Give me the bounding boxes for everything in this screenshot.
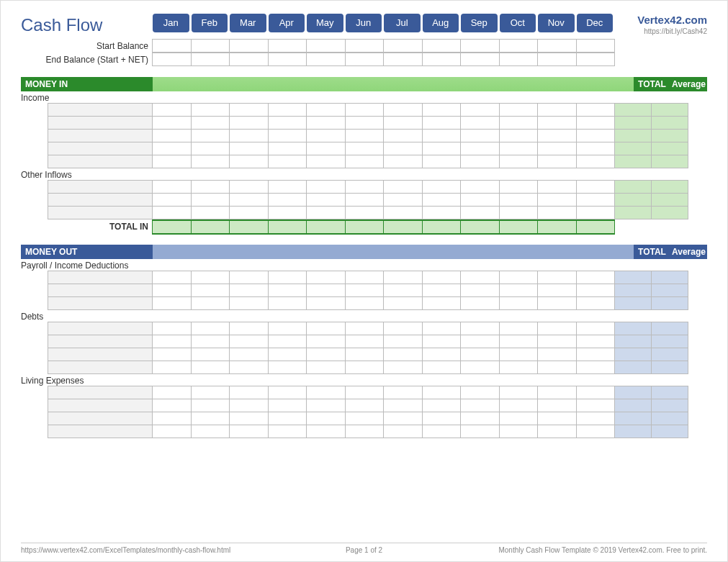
data-cell[interactable]	[191, 425, 230, 438]
data-cell[interactable]	[576, 425, 616, 438]
data-cell[interactable]	[499, 271, 539, 284]
data-cell[interactable]	[152, 193, 192, 207]
data-cell[interactable]	[306, 129, 346, 142]
row-name-cell[interactable]	[48, 155, 153, 168]
month-button[interactable]: Dec	[577, 14, 614, 32]
data-cell[interactable]	[422, 180, 462, 194]
data-cell[interactable]	[191, 399, 230, 412]
data-cell[interactable]	[268, 425, 307, 438]
data-cell[interactable]	[576, 412, 616, 425]
data-cell[interactable]	[345, 335, 385, 348]
data-cell[interactable]	[422, 206, 462, 219]
data-cell[interactable]	[576, 335, 616, 348]
data-cell[interactable]	[345, 425, 385, 438]
data-cell[interactable]	[383, 193, 423, 207]
month-button[interactable]: Apr	[269, 14, 305, 32]
data-cell[interactable]	[422, 155, 462, 168]
data-cell[interactable]	[576, 399, 616, 412]
data-cell[interactable]	[306, 142, 346, 155]
data-cell[interactable]	[191, 193, 230, 207]
balance-cell[interactable]	[152, 53, 192, 66]
balance-cell[interactable]	[306, 53, 346, 66]
data-cell[interactable]	[537, 296, 577, 310]
data-cell[interactable]	[191, 296, 230, 310]
data-cell[interactable]	[383, 116, 423, 130]
data-cell[interactable]	[460, 386, 500, 399]
data-cell[interactable]	[345, 206, 385, 219]
data-cell[interactable]	[576, 284, 616, 297]
data-cell[interactable]	[229, 193, 269, 207]
row-name-cell[interactable]	[48, 271, 153, 284]
data-cell[interactable]	[345, 296, 385, 310]
data-cell[interactable]	[499, 399, 539, 412]
data-cell[interactable]	[537, 348, 577, 361]
data-cell[interactable]	[383, 399, 423, 412]
data-cell[interactable]	[537, 271, 577, 284]
data-cell[interactable]	[268, 386, 307, 399]
data-cell[interactable]	[499, 361, 539, 374]
month-button[interactable]: Mar	[230, 14, 266, 32]
data-cell[interactable]	[422, 399, 462, 412]
data-cell[interactable]	[460, 296, 500, 310]
data-cell[interactable]	[345, 399, 385, 412]
row-name-cell[interactable]	[48, 425, 153, 438]
data-cell[interactable]	[422, 129, 462, 142]
data-cell[interactable]	[460, 142, 500, 155]
data-cell[interactable]	[422, 322, 462, 335]
balance-cell[interactable]	[306, 39, 346, 53]
data-cell[interactable]	[345, 386, 385, 399]
balance-cell[interactable]	[576, 53, 616, 66]
data-cell[interactable]	[460, 206, 500, 219]
balance-cell[interactable]	[460, 39, 500, 53]
data-cell[interactable]	[191, 412, 230, 425]
data-cell[interactable]	[152, 296, 192, 310]
data-cell[interactable]	[152, 284, 192, 297]
data-cell[interactable]	[499, 412, 539, 425]
data-cell[interactable]	[460, 129, 500, 142]
data-cell[interactable]	[306, 116, 346, 130]
data-cell[interactable]	[537, 116, 577, 130]
row-name-cell[interactable]	[48, 142, 153, 155]
data-cell[interactable]	[499, 206, 539, 219]
data-cell[interactable]	[152, 103, 192, 117]
data-cell[interactable]	[537, 103, 577, 117]
data-cell[interactable]	[191, 322, 230, 335]
data-cell[interactable]	[345, 412, 385, 425]
data-cell[interactable]	[422, 116, 462, 130]
data-cell[interactable]	[229, 284, 269, 297]
month-button[interactable]: Jun	[346, 14, 382, 32]
data-cell[interactable]	[229, 296, 269, 310]
data-cell[interactable]	[306, 386, 346, 399]
data-cell[interactable]	[537, 284, 577, 297]
data-cell[interactable]	[576, 116, 616, 130]
row-name-cell[interactable]	[48, 206, 153, 219]
data-cell[interactable]	[537, 361, 577, 374]
data-cell[interactable]	[460, 399, 500, 412]
data-cell[interactable]	[306, 399, 346, 412]
data-cell[interactable]	[191, 142, 230, 155]
data-cell[interactable]	[345, 348, 385, 361]
data-cell[interactable]	[345, 103, 385, 117]
balance-cell[interactable]	[191, 53, 230, 66]
row-name-cell[interactable]	[48, 386, 153, 399]
data-cell[interactable]	[268, 296, 307, 310]
balance-cell[interactable]	[383, 53, 423, 66]
data-cell[interactable]	[152, 206, 192, 219]
data-cell[interactable]	[537, 399, 577, 412]
data-cell[interactable]	[191, 348, 230, 361]
data-cell[interactable]	[191, 180, 230, 194]
data-cell[interactable]	[537, 322, 577, 335]
data-cell[interactable]	[152, 116, 192, 130]
data-cell[interactable]	[383, 180, 423, 194]
data-cell[interactable]	[576, 193, 616, 207]
data-cell[interactable]	[191, 103, 230, 117]
data-cell[interactable]	[152, 180, 192, 194]
data-cell[interactable]	[268, 322, 307, 335]
month-button[interactable]: Aug	[423, 14, 459, 32]
row-name-cell[interactable]	[48, 335, 153, 348]
data-cell[interactable]	[306, 155, 346, 168]
data-cell[interactable]	[152, 129, 192, 142]
data-cell[interactable]	[229, 155, 269, 168]
data-cell[interactable]	[306, 361, 346, 374]
data-cell[interactable]	[268, 361, 307, 374]
